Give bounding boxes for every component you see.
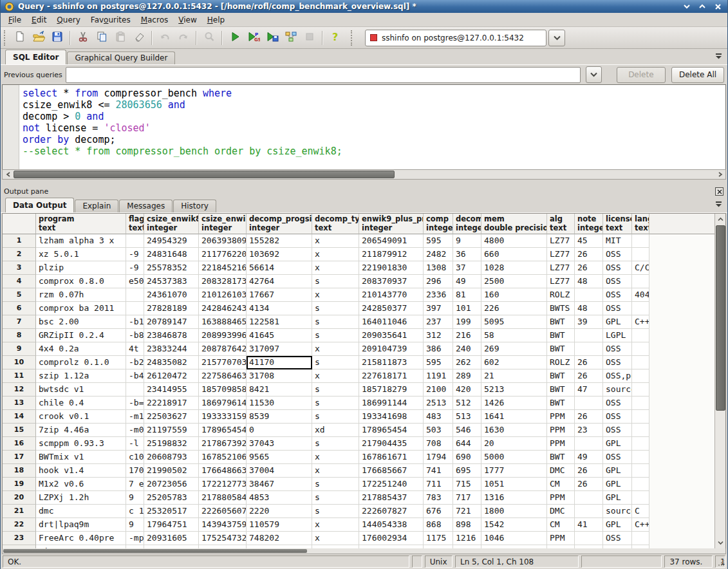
grid-cell[interactable]: xd	[312, 424, 359, 437]
grid-cell[interactable]: x	[312, 342, 359, 356]
grid-cell[interactable]: C++	[632, 315, 649, 329]
grid-cell[interactable]: x	[312, 369, 359, 383]
grid-cell[interactable]: 1191	[424, 369, 453, 383]
grid-cell[interactable]: 420	[453, 383, 481, 396]
grid-cell[interactable]: LGPL	[603, 329, 632, 342]
grid-cell[interactable]: comprox 0.8.0	[36, 275, 126, 288]
row-number[interactable]: 7	[3, 315, 36, 329]
grid-cell[interactable]: 186979614	[199, 396, 247, 410]
grid-cell[interactable]: 404	[632, 288, 649, 302]
tab-sql-editor[interactable]: SQL Editor	[5, 50, 66, 64]
row-number[interactable]: 8	[3, 329, 36, 342]
grid-cell[interactable]: 23414955	[144, 383, 199, 396]
grid-cell[interactable]: 227586463	[199, 369, 247, 383]
grid-cell[interactable]: 1794	[424, 451, 453, 464]
connection-combobox[interactable]: sshinfo on postgres@127.0.0.1:5432	[365, 30, 546, 46]
connection-dropdown-button[interactable]	[548, 30, 565, 46]
grid-cell[interactable]: BWTmix v1	[36, 451, 126, 464]
column-header-decomp[interactable]: decompinteger	[453, 214, 481, 234]
scroll-left-icon[interactable]	[3, 171, 13, 178]
grid-cell[interactable]: comprox ba 2011	[36, 302, 126, 315]
grid-cell[interactable]: 208370937	[359, 275, 424, 288]
grid-cell[interactable]: c 15	[126, 505, 144, 518]
grid-cell[interactable]: ROLZ	[547, 288, 575, 302]
scroll-up-icon[interactable]	[716, 214, 725, 224]
grid-cell[interactable]	[632, 424, 649, 437]
grid-cell[interactable]: c100	[126, 451, 144, 464]
grid-cell[interactable]: OSS	[603, 275, 632, 288]
grid-cell[interactable]: 185709858	[199, 383, 247, 396]
grid-cell[interactable]	[575, 342, 603, 356]
explain-query-button[interactable]	[281, 29, 300, 46]
grid-cell[interactable]: 237	[424, 315, 453, 329]
grid-cell[interactable]: x	[312, 234, 359, 248]
grid-cell[interactable]: 227618171	[359, 369, 424, 383]
grid-cell[interactable]: 45	[575, 234, 603, 248]
grid-cell[interactable]: xz 5.0.1	[36, 248, 126, 261]
grid-cell[interactable]: PPM	[547, 491, 575, 505]
row-number[interactable]: 3	[3, 261, 36, 275]
resize-grip[interactable]	[718, 560, 724, 566]
grid-cell[interactable]: 1800	[481, 505, 547, 518]
grid-cell[interactable]	[632, 437, 649, 451]
grid-cell[interactable]: 2336	[424, 288, 453, 302]
grid-cell[interactable]	[575, 437, 603, 451]
grid-cell[interactable]	[632, 478, 649, 491]
grid-cell[interactable]: hook v1.4	[36, 464, 126, 478]
grid-cell[interactable]: 206549091	[359, 234, 424, 248]
grid-cell[interactable]: LZPXj 1.2h	[36, 491, 126, 505]
grid-cell[interactable]: GPL	[603, 491, 632, 505]
grid-cell[interactable]: GRZipII 0.2.4	[36, 329, 126, 342]
grid-cell[interactable]: 4x4 0.2a	[36, 342, 126, 356]
grid-cell[interactable]: 4853	[247, 491, 312, 505]
grid-cell[interactable]: 167861671	[359, 451, 424, 464]
grid-cell[interactable]: 41	[575, 518, 603, 532]
grid-cell[interactable]: 24954329	[144, 234, 199, 248]
grid-cell[interactable]: 22218917	[144, 396, 199, 410]
grid-cell[interactable]: x	[312, 464, 359, 478]
grid-cell[interactable]: 26	[575, 369, 603, 383]
grid-cell[interactable]: 644	[453, 437, 481, 451]
grid-cell[interactable]: 210126103	[199, 288, 247, 302]
grid-cell[interactable]: 36	[453, 248, 481, 261]
grid-cell[interactable]: 41645	[247, 329, 312, 342]
grid-cell[interactable]: 2220	[247, 505, 312, 518]
grid-cell[interactable]: 660	[481, 248, 547, 261]
grid-cell[interactable]: GPL	[603, 437, 632, 451]
menu-query[interactable]: Query	[51, 14, 85, 26]
grid-cell[interactable]	[632, 383, 649, 396]
grid-cell[interactable]: drt|lpaq9m	[36, 518, 126, 532]
grid-cell[interactable]: 226	[481, 302, 547, 315]
grid-cell[interactable]: x	[312, 288, 359, 302]
grid-cell[interactable]: 47	[575, 383, 603, 396]
grid-cell[interactable]: 17964751	[144, 518, 199, 532]
grid-cell[interactable]: 81	[453, 288, 481, 302]
grid-cell[interactable]: s	[312, 315, 359, 329]
grid-cell[interactable]: 39	[575, 315, 603, 329]
grid-cell[interactable]: 37004	[247, 464, 312, 478]
grid-cell[interactable]: 242850377	[359, 302, 424, 315]
grid-cell[interactable]: 717	[453, 491, 481, 505]
grid-cell[interactable]: 208328173	[199, 275, 247, 288]
grid-cell[interactable]	[632, 451, 649, 464]
grid-cell[interactable]: 27828189	[144, 302, 199, 315]
grid-cell[interactable]: 222605607	[199, 505, 247, 518]
grid-cell[interactable]: 176648663	[199, 464, 247, 478]
row-number[interactable]: 5	[3, 288, 36, 302]
grid-cell[interactable]: 186991144	[359, 396, 424, 410]
grid-cell[interactable]	[632, 532, 649, 545]
grid-cell[interactable]: s	[312, 302, 359, 315]
grid-cell[interactable]: 595	[424, 234, 453, 248]
grid-cell[interactable]: 22503627	[144, 410, 199, 424]
grid-vscroll-thumb[interactable]	[716, 225, 725, 411]
row-number[interactable]: 23	[3, 532, 36, 545]
grid-cell[interactable]: 216	[453, 329, 481, 342]
grid-cell[interactable]: 167852106	[199, 451, 247, 464]
grid-cell[interactable]: s	[312, 437, 359, 451]
grid-cell[interactable]	[632, 275, 649, 288]
grid-cell[interactable]: x	[312, 451, 359, 464]
grid-cell[interactable]: 386	[424, 342, 453, 356]
grid-cell[interactable]: DMC	[547, 464, 575, 478]
grid-cell[interactable]: 21197559	[144, 424, 199, 437]
grid-cell[interactable]: 4800	[481, 234, 547, 248]
